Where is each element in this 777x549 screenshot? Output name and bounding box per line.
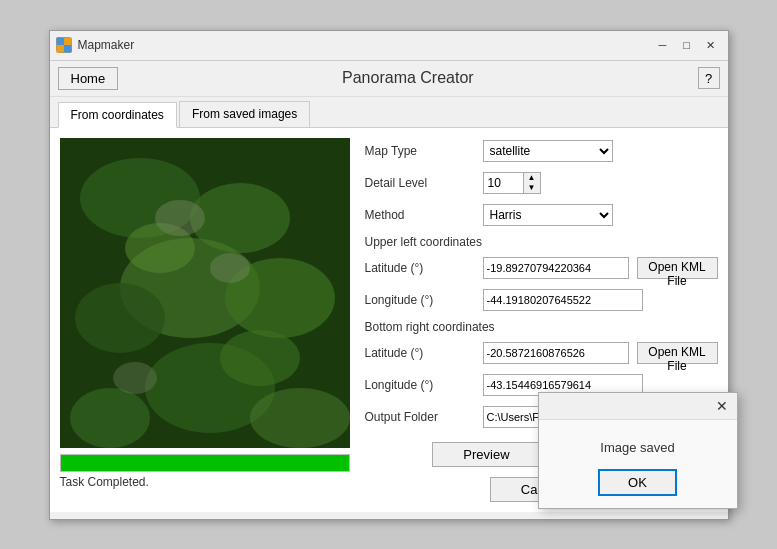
main-window: Mapmaker ─ □ ✕ Home Panorama Creator ? F… — [49, 30, 729, 520]
dialog-message: Image saved — [600, 440, 674, 455]
upper-left-section-label: Upper left coordinates — [365, 234, 718, 249]
upper-lat-label: Latitude (°) — [365, 261, 475, 275]
bottom-lat-input[interactable] — [483, 342, 629, 364]
dialog-title-bar: ✕ — [539, 393, 737, 420]
tab-from-saved-images[interactable]: From saved images — [179, 101, 310, 127]
help-button[interactable]: ? — [698, 67, 720, 89]
spinner-down-button[interactable]: ▼ — [524, 183, 540, 193]
preview-button[interactable]: Preview — [432, 442, 540, 467]
map-type-label: Map Type — [365, 144, 475, 158]
dialog-close-button[interactable]: ✕ — [713, 397, 731, 415]
upper-lat-input[interactable] — [483, 257, 629, 279]
svg-point-16 — [210, 253, 250, 283]
tab-from-coordinates[interactable]: From coordinates — [58, 102, 177, 128]
app-icon — [56, 37, 72, 53]
image-saved-dialog: ✕ Image saved OK — [538, 392, 738, 509]
home-button[interactable]: Home — [58, 67, 119, 90]
window-title: Panorama Creator — [118, 69, 697, 87]
map-type-row: Map Type satellite — [365, 138, 718, 164]
method-label: Method — [365, 208, 475, 222]
svg-rect-2 — [57, 45, 64, 52]
minimize-button[interactable]: ─ — [652, 35, 674, 55]
svg-point-14 — [220, 330, 300, 386]
maximize-button[interactable]: □ — [676, 35, 698, 55]
svg-point-15 — [155, 200, 205, 236]
dialog-ok-button[interactable]: OK — [598, 469, 677, 496]
bottom-right-section-label: Bottom right coordinates — [365, 319, 718, 334]
svg-rect-3 — [64, 45, 71, 52]
map-preview — [60, 138, 350, 448]
svg-rect-0 — [57, 38, 64, 45]
toolbar: Home Panorama Creator ? — [50, 61, 728, 97]
tab-bar: From coordinates From saved images — [50, 97, 728, 128]
bottom-lon-label: Longitude (°) — [365, 378, 475, 392]
close-button[interactable]: ✕ — [700, 35, 722, 55]
title-bar-left: Mapmaker — [56, 37, 135, 53]
svg-point-8 — [75, 283, 165, 353]
detail-spinner: ▲ ▼ — [523, 172, 541, 194]
map-panel: Task Completed. — [60, 138, 350, 502]
bottom-lat-label: Latitude (°) — [365, 346, 475, 360]
upper-lat-row: Latitude (°) Open KML File — [365, 255, 718, 281]
spinner-up-button[interactable]: ▲ — [524, 173, 540, 183]
detail-level-label: Detail Level — [365, 176, 475, 190]
svg-rect-1 — [64, 38, 71, 45]
svg-point-11 — [70, 388, 150, 448]
detail-level-row: Detail Level ▲ ▼ — [365, 170, 718, 196]
detail-level-input[interactable] — [483, 172, 523, 194]
open-kml-bottom-button[interactable]: Open KML File — [637, 342, 718, 364]
upper-lon-row: Longitude (°) — [365, 287, 718, 313]
output-folder-label: Output Folder — [365, 410, 475, 424]
svg-point-17 — [113, 362, 157, 394]
window-controls: ─ □ ✕ — [652, 35, 722, 55]
method-row: Method Harris — [365, 202, 718, 228]
method-select[interactable]: Harris — [483, 204, 613, 226]
dialog-content: Image saved OK — [539, 420, 737, 508]
detail-level-input-wrap: ▲ ▼ — [483, 172, 541, 194]
bottom-lat-row: Latitude (°) Open KML File — [365, 340, 718, 366]
title-bar: Mapmaker ─ □ ✕ — [50, 31, 728, 61]
app-name: Mapmaker — [78, 38, 135, 52]
open-kml-upper-button[interactable]: Open KML File — [637, 257, 718, 279]
upper-lon-label: Longitude (°) — [365, 293, 475, 307]
task-status: Task Completed. — [60, 475, 350, 489]
map-type-select[interactable]: satellite — [483, 140, 613, 162]
svg-point-12 — [250, 388, 350, 448]
progress-bar-container — [60, 454, 350, 472]
progress-bar-fill — [61, 455, 349, 471]
upper-lon-input[interactable] — [483, 289, 643, 311]
